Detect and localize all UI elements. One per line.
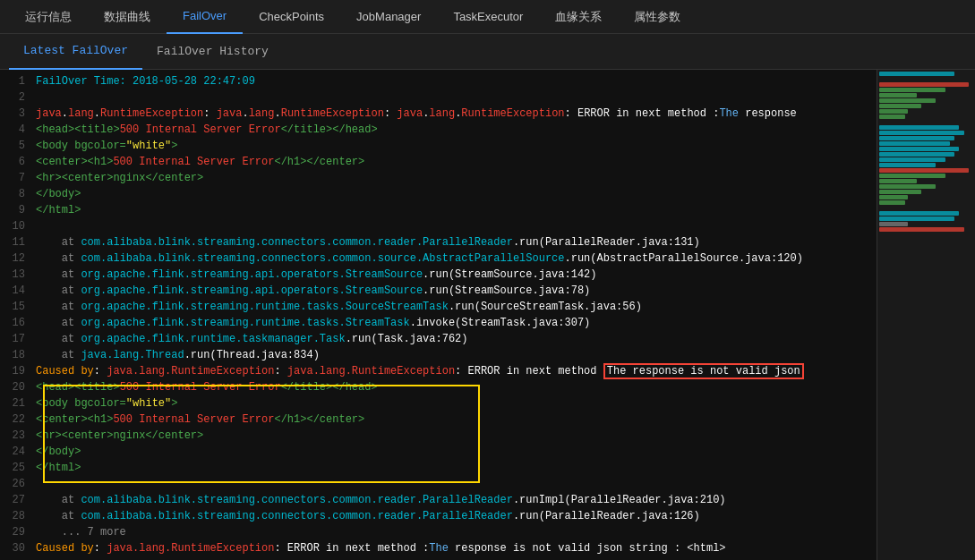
code-line-12: 12 at com.alibaba.blink.streaming.connec…	[0, 250, 877, 267]
mini-line	[879, 200, 905, 205]
code-line-4: 4 <head><title>500 Internal Server Error…	[0, 122, 877, 138]
mini-line	[879, 174, 945, 178]
mini-line	[879, 109, 908, 114]
tab-latest-failover[interactable]: Latest FailOver	[9, 34, 142, 70]
code-line-14: 14 at org.apache.flink.streaming.api.ope…	[0, 283, 877, 299]
code-line-30: 30 Caused by: java.lang.RuntimeException…	[0, 540, 877, 556]
mini-line	[879, 179, 917, 183]
code-line-5: 5 <body bgcolor="white">	[0, 138, 877, 154]
mini-line	[879, 93, 917, 98]
tab-failover-history[interactable]: FailOver History	[142, 34, 283, 70]
code-line-19: 19 Caused by: java.lang.RuntimeException…	[0, 363, 877, 379]
mini-line	[879, 216, 954, 221]
mini-line	[879, 163, 936, 167]
top-nav: 运行信息 数据曲线 FailOver CheckPoints JobManage…	[0, 0, 975, 34]
code-view[interactable]: 1 FailOver Time: 2018-05-28 22:47:09 2 3…	[0, 70, 877, 560]
code-lines: 1 FailOver Time: 2018-05-28 22:47:09 2 3…	[0, 70, 877, 560]
code-line-26: 26	[0, 476, 877, 492]
code-line-20: 20 <head><title>500 Internal Server Erro…	[0, 379, 877, 395]
code-line-25: 25 </html>	[0, 460, 877, 476]
mini-line	[879, 88, 945, 92]
nav-item-runtime[interactable]: 运行信息	[9, 0, 88, 34]
mini-line	[879, 136, 954, 140]
nav-item-checkpoints[interactable]: CheckPoints	[243, 0, 340, 34]
code-line-7: 7 <hr><center>nginx</center>	[0, 170, 877, 186]
code-line-11: 11 at com.alibaba.blink.streaming.connec…	[0, 234, 877, 250]
mini-line	[879, 190, 921, 194]
code-line-29: 29 ... 7 more	[0, 524, 877, 540]
code-line-3: 3 java.lang.RuntimeException: java.lang.…	[0, 106, 877, 122]
minimap	[877, 70, 975, 560]
sub-tabs: Latest FailOver FailOver History	[0, 34, 975, 70]
code-line-1: 1 FailOver Time: 2018-05-28 22:47:09	[0, 73, 877, 89]
mini-line	[879, 195, 908, 199]
mini-line	[879, 72, 954, 76]
code-line-15: 15 at org.apache.flink.streaming.runtime…	[0, 299, 877, 315]
code-line-21: 21 <body bgcolor="white">	[0, 395, 877, 412]
mini-line	[879, 115, 905, 119]
mini-line	[879, 131, 964, 135]
code-line-28: 28 at com.alibaba.blink.streaming.connec…	[0, 508, 877, 524]
code-line-18: 18 at java.lang.Thread.run(Thread.java:8…	[0, 347, 877, 363]
code-line-2: 2	[0, 89, 877, 106]
nav-item-jobmanager[interactable]: JobManager	[340, 0, 437, 34]
code-line-9: 9 </html>	[0, 202, 877, 218]
mini-line	[879, 82, 969, 87]
nav-item-failover[interactable]: FailOver	[167, 0, 243, 34]
nav-item-taskexecutor[interactable]: TaskExecutor	[437, 0, 539, 34]
code-line-10: 10	[0, 218, 877, 234]
mini-line	[879, 152, 954, 157]
mini-line	[879, 141, 950, 146]
mini-line	[879, 147, 959, 151]
code-line-6: 6 <center><h1>500 Internal Server Error<…	[0, 154, 877, 170]
nav-item-datacurve[interactable]: 数据曲线	[88, 0, 167, 34]
app-container: 运行信息 数据曲线 FailOver CheckPoints JobManage…	[0, 0, 975, 560]
mini-line	[879, 125, 959, 130]
code-line-13: 13 at org.apache.flink.streaming.api.ope…	[0, 267, 877, 283]
main-content: 1 FailOver Time: 2018-05-28 22:47:09 2 3…	[0, 70, 975, 560]
nav-item-attributes[interactable]: 属性参数	[618, 0, 697, 34]
mini-line	[879, 184, 936, 189]
mini-line	[879, 98, 936, 103]
mini-line	[879, 227, 964, 232]
nav-item-lineage[interactable]: 血缘关系	[539, 0, 618, 34]
code-line-27: 27 at com.alibaba.blink.streaming.connec…	[0, 492, 877, 508]
code-line-8: 8 </body>	[0, 186, 877, 202]
code-line-24: 24 </body>	[0, 444, 877, 460]
mini-line	[879, 211, 959, 216]
minimap-content	[877, 70, 975, 234]
code-line-23: 23 <hr><center>nginx</center>	[0, 428, 877, 444]
mini-line	[879, 222, 908, 226]
mini-line	[879, 157, 945, 162]
mini-line	[879, 104, 921, 108]
mini-line	[879, 168, 969, 173]
code-line-22: 22 <center><h1>500 Internal Server Error…	[0, 412, 877, 428]
code-line-16: 16 at org.apache.flink.streaming.runtime…	[0, 315, 877, 331]
code-line-17: 17 at org.apache.flink.runtime.taskmanag…	[0, 331, 877, 347]
